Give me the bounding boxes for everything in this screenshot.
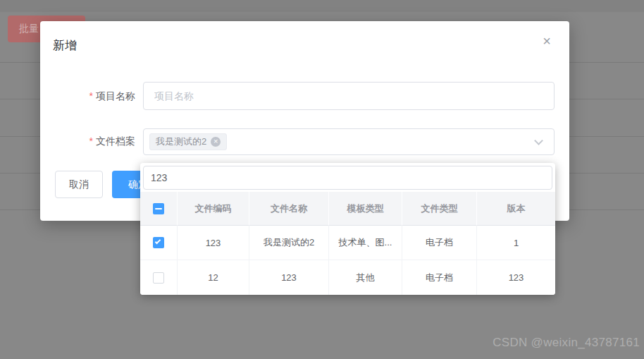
table-cell[interactable]: 1	[477, 226, 555, 260]
background-top-bar	[0, 0, 644, 12]
chevron-down-icon	[534, 136, 543, 145]
table-cell[interactable]: 技术单、图...	[329, 226, 402, 260]
row-checkbox-unchecked[interactable]	[153, 272, 164, 284]
tag-label: 我是测试的2	[156, 135, 206, 148]
column-header-file-type: 文件类型	[402, 192, 477, 226]
table-cell[interactable]: 其他	[329, 260, 402, 295]
dialog-title: 新增	[53, 37, 77, 54]
table-cell[interactable]: 123	[249, 260, 329, 295]
column-header-template-type: 模板类型	[329, 192, 402, 226]
check-icon	[155, 238, 161, 244]
screen: 批量 CSDN @weixin_43787161 新增 × *项目名称 *文件档…	[0, 0, 644, 359]
selected-tag: 我是测试的2 ×	[149, 133, 227, 150]
table-cell[interactable]: 123	[477, 260, 555, 295]
dropdown-table: 文件编码 文件名称 模板类型 文件类型 版本 123 我是测试的2 技术单、图.…	[140, 192, 555, 295]
project-name-input[interactable]	[143, 82, 555, 110]
indeterminate-icon	[155, 208, 162, 209]
project-name-label-text: 项目名称	[96, 90, 135, 102]
row-checkbox-cell	[140, 260, 178, 295]
watermark: CSDN @weixin_43787161	[493, 336, 640, 350]
file-archive-label-text: 文件档案	[96, 135, 135, 147]
column-header-file-code: 文件编码	[178, 192, 249, 226]
file-archive-select[interactable]: 我是测试的2 ×	[143, 128, 555, 155]
column-header-file-name: 文件名称	[249, 192, 329, 226]
row-checkbox-checked[interactable]	[153, 237, 164, 248]
select-dropdown-panel: 文件编码 文件名称 模板类型 文件类型 版本 123 我是测试的2 技术单、图.…	[140, 163, 555, 295]
close-icon[interactable]: ×	[537, 31, 557, 51]
row-checkbox-cell	[140, 226, 178, 260]
table-cell[interactable]: 我是测试的2	[249, 226, 329, 260]
table-cell[interactable]: 电子档	[402, 260, 477, 295]
select-all-checkbox[interactable]	[153, 203, 164, 214]
dropdown-search-input[interactable]	[143, 166, 552, 190]
cancel-button[interactable]: 取消	[55, 171, 103, 198]
table-cell[interactable]: 电子档	[402, 226, 477, 260]
table-cell[interactable]: 12	[178, 260, 249, 295]
required-asterisk: *	[89, 135, 93, 147]
required-asterisk: *	[89, 90, 93, 102]
select-all-header-cell	[140, 192, 178, 226]
table-cell[interactable]: 123	[178, 226, 249, 260]
column-header-version: 版本	[477, 192, 555, 226]
file-archive-label: *文件档案	[40, 127, 135, 155]
tag-close-icon[interactable]: ×	[211, 137, 221, 147]
project-name-label: *项目名称	[40, 82, 135, 110]
